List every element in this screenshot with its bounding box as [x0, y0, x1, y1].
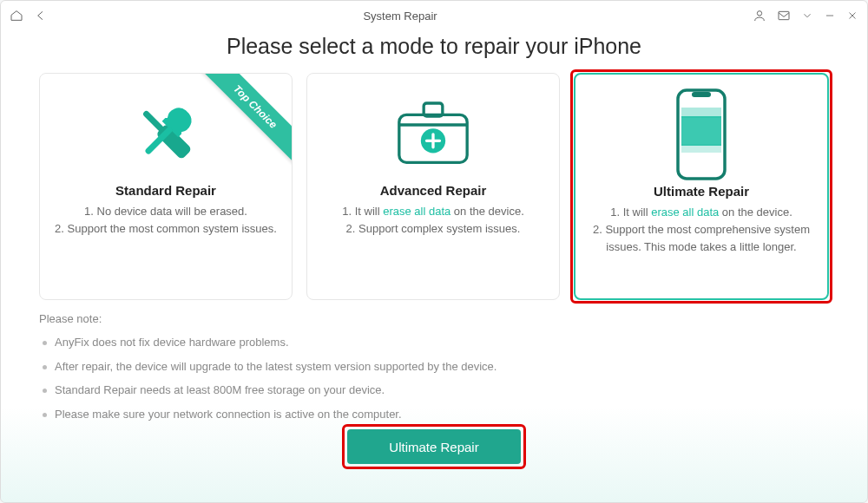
card-title: Ultimate Repair — [584, 184, 819, 199]
card-desc-line: 1. No device data will be erased. — [54, 203, 278, 220]
svg-rect-13 — [681, 144, 721, 153]
card-title: Standard Repair — [49, 183, 283, 198]
svg-rect-1 — [779, 11, 789, 19]
ultimate-repair-icon — [584, 87, 819, 182]
card-desc-line: 2. Support complex system issues. — [321, 220, 545, 238]
please-note-item: AnyFix does not fix device hardware prob… — [39, 334, 829, 351]
card-desc-line: 1. It will erase all data on the device. — [589, 204, 813, 221]
card-desc: 1. No device data will be erased. 2. Sup… — [49, 203, 283, 238]
card-desc: 1. It will erase all data on the device.… — [316, 203, 550, 238]
window-title: System Repair — [48, 10, 753, 23]
erase-all-data-text: erase all data — [383, 205, 450, 218]
please-note-item: Standard Repair needs at least 800M free… — [39, 382, 829, 399]
please-note-title: Please note: — [39, 312, 829, 325]
svg-rect-11 — [681, 116, 721, 146]
chevron-down-icon[interactable] — [801, 10, 813, 22]
please-note-list: AnyFix does not fix device hardware prob… — [39, 334, 829, 422]
advanced-repair-icon — [316, 86, 550, 181]
card-standard-repair[interactable]: Top Choice Standard Repair 1. No device … — [39, 73, 293, 300]
account-icon[interactable] — [753, 9, 766, 23]
back-icon[interactable] — [34, 9, 48, 23]
titlebar-right — [753, 9, 858, 23]
please-note-item: Please make sure your network connection… — [39, 406, 829, 423]
card-title: Advanced Repair — [316, 183, 550, 198]
card-desc-line: 2. Support the most comprehensive system… — [589, 221, 813, 256]
close-icon[interactable] — [846, 10, 858, 22]
card-ultimate-repair[interactable]: Ultimate Repair 1. It will erase all dat… — [574, 73, 829, 300]
card-desc: 1. It will erase all data on the device.… — [584, 204, 819, 256]
mail-icon[interactable] — [777, 9, 791, 23]
primary-button-container: Ultimate Repair — [347, 429, 521, 464]
mode-card-row: Top Choice Standard Repair 1. No device … — [1, 73, 867, 300]
home-icon[interactable] — [10, 9, 23, 23]
erase-all-data-text: erase all data — [651, 206, 719, 219]
card-advanced-repair[interactable]: Advanced Repair 1. It will erase all dat… — [306, 73, 560, 300]
titlebar: System Repair — [1, 1, 867, 30]
titlebar-left — [10, 9, 48, 23]
svg-rect-12 — [681, 108, 721, 118]
app-window: System Repair Please select a mode to re… — [0, 0, 868, 503]
minimize-icon[interactable] — [824, 10, 836, 22]
ultimate-repair-button[interactable]: Ultimate Repair — [347, 429, 521, 464]
please-note-section: Please note: AnyFix does not fix device … — [1, 300, 867, 422]
standard-repair-icon — [49, 86, 283, 181]
card-desc-line: 1. It will erase all data on the device. — [321, 203, 545, 220]
svg-point-0 — [757, 11, 761, 16]
svg-rect-10 — [692, 92, 711, 97]
please-note-item: After repair, the device will upgrade to… — [39, 358, 829, 376]
card-desc-line: 2. Support the most common system issues… — [54, 220, 278, 238]
page-title: Please select a mode to repair your iPho… — [1, 34, 867, 59]
